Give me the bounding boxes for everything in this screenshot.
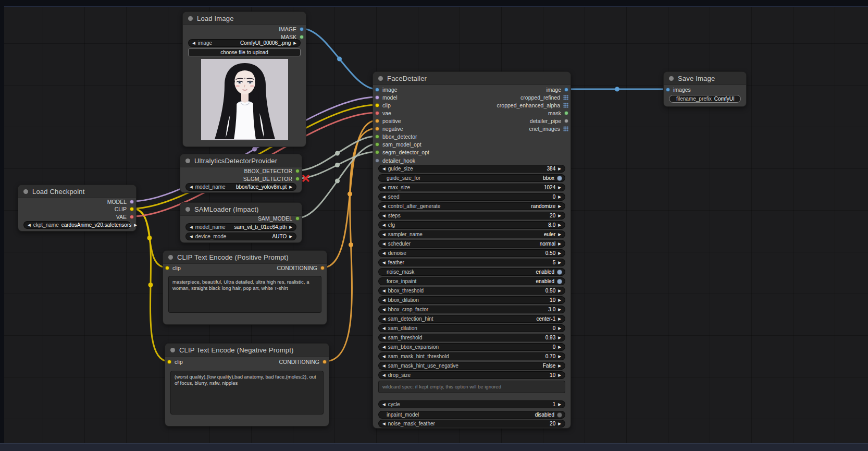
steps-widget[interactable]: ◀steps20▶ xyxy=(378,212,565,220)
grid-output-icon[interactable] xyxy=(563,95,568,100)
output-port-VAE[interactable]: VAE xyxy=(116,214,134,220)
output-dot-mask[interactable] xyxy=(564,111,568,115)
increment-arrow-icon[interactable]: ▶ xyxy=(558,345,561,349)
output-dot-MASK[interactable] xyxy=(300,35,304,39)
output-port-detailer_pipe[interactable]: detailer_pipe xyxy=(530,118,568,124)
decrement-arrow-icon[interactable]: ◀ xyxy=(382,422,386,426)
toggle-dot[interactable] xyxy=(557,270,562,275)
prompt-textarea[interactable]: (worst quality),(low quality),bad anatom… xyxy=(170,371,324,415)
increment-arrow-icon[interactable]: ▶ xyxy=(558,308,561,312)
output-port-CONDITIONING[interactable]: CONDITIONING xyxy=(279,359,327,365)
collapse-dot-icon[interactable] xyxy=(188,16,193,21)
increment-arrow-icon[interactable]: ▶ xyxy=(558,242,561,246)
grid-output-icon[interactable] xyxy=(563,103,568,108)
increment-arrow-icon[interactable]: ▶ xyxy=(558,251,561,255)
decrement-arrow-icon[interactable]: ◀ xyxy=(382,308,386,312)
decrement-arrow-icon[interactable]: ◀ xyxy=(382,336,386,340)
input-port-negative[interactable]: negative xyxy=(375,126,403,132)
decrement-arrow-icon[interactable]: ◀ xyxy=(382,261,386,265)
noise_mask_feather-widget[interactable]: ◀noise_mask_feather20▶ xyxy=(378,420,565,428)
output-dot-IMAGE[interactable] xyxy=(300,27,304,31)
input-dot-sam_model_opt[interactable] xyxy=(375,142,379,147)
decrement-arrow-icon[interactable]: ◀ xyxy=(382,317,386,321)
increment-arrow-icon[interactable]: ▶ xyxy=(558,403,561,407)
bbox_crop_factor-widget[interactable]: ◀bbox_crop_factor3.0▶ xyxy=(378,306,565,313)
increment-arrow-icon[interactable]: ▶ xyxy=(558,223,561,227)
output-dot-CONDITIONING[interactable] xyxy=(320,266,325,270)
increment-arrow-icon[interactable]: ▶ xyxy=(289,235,292,239)
decrement-arrow-icon[interactable]: ◀ xyxy=(382,326,386,331)
decrement-arrow-icon[interactable]: ◀ xyxy=(382,289,386,293)
decrement-arrow-icon[interactable]: ◀ xyxy=(382,214,386,218)
node-load-checkpoint[interactable]: Load CheckpointMODELCLIPVAE◀ckpt_namecar… xyxy=(18,185,137,231)
output-dot-MODEL[interactable] xyxy=(130,200,134,204)
sampler_name-widget[interactable]: ◀sampler_nameeuler▶ xyxy=(378,230,565,238)
image-widget[interactable]: ◀imageComfyUI_00006_.png▶ xyxy=(188,39,301,47)
collapse-dot-icon[interactable] xyxy=(185,159,190,163)
decrement-arrow-icon[interactable]: ◀ xyxy=(190,235,193,239)
output-dot-VAE[interactable] xyxy=(130,215,134,219)
denoise-widget[interactable]: ◀denoise0.50▶ xyxy=(378,249,565,257)
input-port-clip[interactable]: clip xyxy=(165,265,181,271)
noise_mask-widget[interactable]: noise_maskenabled xyxy=(378,268,565,276)
increment-arrow-icon[interactable]: ▶ xyxy=(293,41,296,45)
output-port-cropped_refined[interactable]: cropped_refined xyxy=(520,94,568,101)
cfg-widget[interactable]: ◀cfg8.0▶ xyxy=(378,221,565,229)
wildcard-textarea[interactable]: wildcard spec: if kept empty, this optio… xyxy=(378,381,565,393)
collapse-dot-icon[interactable] xyxy=(669,76,674,81)
sam_detection_hint-widget[interactable]: ◀sam_detection_hintcenter-1▶ xyxy=(378,315,565,323)
node-titlebar[interactable]: CLIP Text Encode (Negative Prompt) xyxy=(165,344,329,357)
input-port-image[interactable]: image xyxy=(375,87,398,93)
drop_size-widget[interactable]: ◀drop_size10▶ xyxy=(378,371,565,379)
node-clip-text-encode-positive[interactable]: CLIP Text Encode (Positive Prompt)clipCO… xyxy=(163,250,327,325)
max_size-widget[interactable]: ◀max_size1024▶ xyxy=(378,184,565,191)
model_name-widget[interactable]: ◀model_namesam_vit_b_01ec64.pth▶ xyxy=(185,223,296,231)
collapse-dot-icon[interactable] xyxy=(170,348,175,352)
decrement-arrow-icon[interactable]: ◀ xyxy=(382,373,386,377)
output-port-MODEL[interactable]: MODEL xyxy=(107,199,134,205)
output-dot-CLIP[interactable] xyxy=(130,207,134,211)
input-dot-vae[interactable] xyxy=(375,111,379,115)
output-dot-detailer_pipe[interactable] xyxy=(564,119,568,123)
input-dot-negative[interactable] xyxy=(375,127,379,131)
decrement-arrow-icon[interactable]: ◀ xyxy=(28,223,31,227)
output-port-cnet_images[interactable]: cnet_images xyxy=(529,126,568,132)
increment-arrow-icon[interactable]: ▶ xyxy=(558,214,561,218)
output-port-BBOX_DETECTOR[interactable]: BBOX_DETECTOR xyxy=(244,168,300,174)
output-port-SEGM_DETECTOR[interactable]: SEGM_DETECTOR xyxy=(243,176,300,182)
input-dot-model[interactable] xyxy=(375,95,379,100)
node-clip-text-encode-negative[interactable]: CLIP Text Encode (Negative Prompt)clipCO… xyxy=(165,343,329,426)
node-sam-loader[interactable]: SAMLoader (Impact)SAM_MODEL◀model_namesa… xyxy=(180,202,302,243)
increment-arrow-icon[interactable]: ▶ xyxy=(558,355,561,359)
increment-arrow-icon[interactable]: ▶ xyxy=(558,422,561,426)
increment-arrow-icon[interactable]: ▶ xyxy=(558,373,561,377)
decrement-arrow-icon[interactable]: ◀ xyxy=(190,185,193,189)
cycle-widget[interactable]: ◀cycle1▶ xyxy=(378,400,565,408)
decrement-arrow-icon[interactable]: ◀ xyxy=(382,403,386,407)
decrement-arrow-icon[interactable]: ◀ xyxy=(382,345,386,349)
input-port-images[interactable]: images xyxy=(666,87,691,93)
grid-output-icon[interactable] xyxy=(563,126,568,131)
input-port-clip[interactable]: clip xyxy=(375,102,391,108)
increment-arrow-icon[interactable]: ▶ xyxy=(558,336,561,340)
increment-arrow-icon[interactable]: ▶ xyxy=(289,185,292,189)
increment-arrow-icon[interactable]: ▶ xyxy=(558,326,561,331)
sam_dilation-widget[interactable]: ◀sam_dilation0▶ xyxy=(378,324,565,332)
guide_size-widget[interactable]: ◀guide_size384▶ xyxy=(378,165,565,173)
input-port-sam_model_opt[interactable]: sam_model_opt xyxy=(375,141,421,148)
input-port-vae[interactable]: vae xyxy=(375,110,391,116)
output-port-SAM_MODEL[interactable]: SAM_MODEL xyxy=(258,215,300,222)
increment-arrow-icon[interactable]: ▶ xyxy=(558,298,561,302)
output-dot-SEGM_DETECTOR[interactable] xyxy=(295,177,300,181)
input-port-detailer_hook[interactable]: detailer_hook xyxy=(375,157,415,164)
scheduler-widget[interactable]: ◀schedulernormal▶ xyxy=(378,240,565,248)
output-dot-SAM_MODEL[interactable] xyxy=(295,216,300,221)
prompt-textarea[interactable]: masterpiece, beautiful, Ultra detailed, … xyxy=(168,276,321,313)
increment-arrow-icon[interactable]: ▶ xyxy=(558,317,561,321)
sam_bbox_expansion-widget[interactable]: ◀sam_bbox_expansion0▶ xyxy=(378,343,565,351)
collapse-dot-icon[interactable] xyxy=(185,207,190,212)
output-port-cropped_enhanced_alpha[interactable]: cropped_enhanced_alpha xyxy=(497,102,568,108)
node-titlebar[interactable]: Load Image xyxy=(183,12,306,25)
decrement-arrow-icon[interactable]: ◀ xyxy=(190,225,193,229)
output-port-IMAGE[interactable]: IMAGE xyxy=(279,26,304,32)
